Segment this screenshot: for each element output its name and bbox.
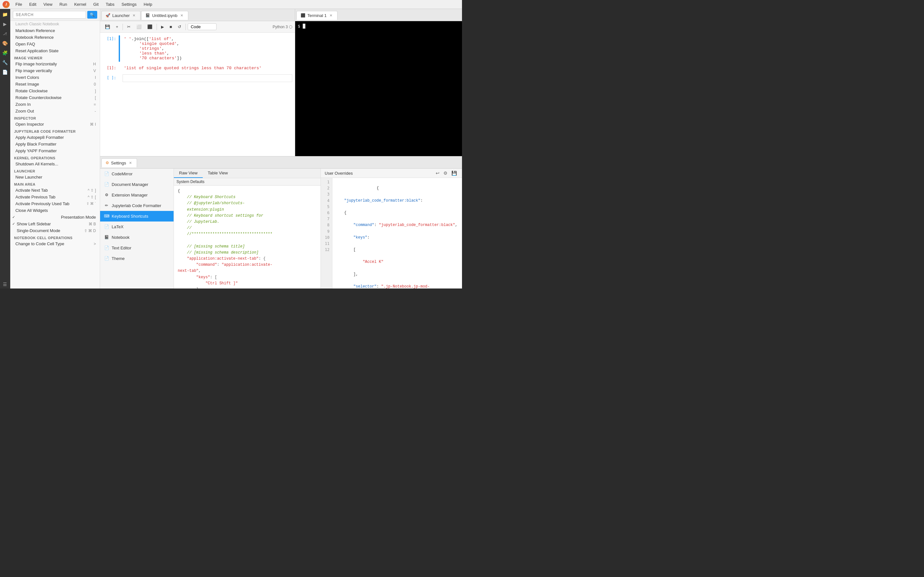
paste-button[interactable]: ⬛ bbox=[145, 23, 155, 31]
terminal-tab-bar: ⬛ Terminal 1 ✕ bbox=[295, 9, 462, 21]
notebook-content: [1]: ' '.join(['list of', 'single quoted… bbox=[100, 33, 295, 156]
table-view-tab[interactable]: Table View bbox=[203, 169, 233, 178]
settings-nav-latex[interactable]: 📄 LaTeX bbox=[100, 221, 174, 232]
menu-item-presentation-mode[interactable]: ✓Presentation Mode bbox=[10, 214, 100, 221]
menu-run[interactable]: Run bbox=[56, 1, 70, 7]
menu-item-activate-next[interactable]: Activate Next Tab^ ⇧ ] bbox=[10, 187, 100, 193]
settings-save-button[interactable]: 💾 bbox=[450, 170, 458, 176]
settings-default-code: { // Keyboard Shortcuts // @jupyterlab/s… bbox=[174, 185, 320, 288]
notebook-tab-close[interactable]: ✕ bbox=[179, 13, 184, 18]
save-button[interactable]: 💾 bbox=[103, 23, 112, 31]
notebook-area: 🚀 Launcher ✕ 📓 Untitled.ipynb ✕ 💾 + bbox=[100, 9, 462, 156]
notebook-tab[interactable]: 📓 Untitled.ipynb ✕ bbox=[141, 11, 188, 20]
restart-button[interactable]: ↺ bbox=[176, 23, 184, 31]
menu-kernel[interactable]: Kernel bbox=[71, 1, 89, 7]
menu-item-activate-prev-used[interactable]: Activate Previously Used Tab⇧ ⌘ ` bbox=[10, 200, 100, 207]
add-cell-button[interactable]: + bbox=[113, 23, 121, 31]
section-inspector: INSPECTOR bbox=[10, 114, 100, 121]
menu-item-markdown-ref[interactable]: Markdown Reference bbox=[10, 27, 100, 34]
menu-item-reset-image[interactable]: Reset Image0 bbox=[10, 81, 100, 87]
system-defaults-header: System Defaults bbox=[174, 178, 320, 185]
search-input[interactable] bbox=[13, 11, 86, 19]
menu-item-zoom-in[interactable]: Zoom In= bbox=[10, 101, 100, 108]
line-code-column[interactable]: { "jupyterlab_code_formatter:black": { "… bbox=[333, 178, 462, 288]
settings-override-panel: User Overrides ↩ ⚙ 💾 123456789101112 bbox=[321, 169, 462, 288]
settings-nav-notebook[interactable]: 📓 Notebook bbox=[100, 232, 174, 243]
menu-tabs[interactable]: Tabs bbox=[102, 1, 118, 7]
menu-settings[interactable]: Settings bbox=[118, 1, 140, 7]
search-button[interactable]: 🔍 bbox=[87, 11, 97, 19]
toolbar-separator-3 bbox=[186, 24, 186, 30]
settings-nav-codemirror[interactable]: 📄 CodeMirror bbox=[100, 169, 174, 179]
run-button[interactable]: ▶ bbox=[159, 23, 166, 31]
cut-button[interactable]: ✂ bbox=[125, 23, 133, 31]
settings-nav-theme[interactable]: 📄 Theme bbox=[100, 253, 174, 264]
menu-file[interactable]: File bbox=[12, 1, 25, 7]
menu-item-new-launcher[interactable]: New Launcher bbox=[10, 174, 100, 181]
menu-item-open-faq[interactable]: Open FAQ bbox=[10, 41, 100, 47]
settings-tab-close[interactable]: ✕ bbox=[128, 161, 133, 165]
terminal-content[interactable]: $ █ bbox=[295, 21, 462, 156]
cell-2-input[interactable] bbox=[123, 74, 292, 82]
terminal-tab-close[interactable]: ✕ bbox=[328, 13, 333, 18]
menu-item-zoom-out[interactable]: Zoom Out- bbox=[10, 108, 100, 114]
menu-item-black[interactable]: Apply Black Formatter bbox=[10, 141, 100, 147]
menu-toggle-icon[interactable]: ☰ bbox=[1, 280, 9, 288]
settings-nav-keyboard[interactable]: ⌨ Keyboard Shortcuts bbox=[100, 211, 174, 221]
settings-gear-button[interactable]: ⚙ bbox=[442, 170, 449, 176]
settings-area: ⚙ Settings ✕ 📄 CodeMirror 📄 Document Man… bbox=[100, 156, 462, 288]
menu-view[interactable]: View bbox=[40, 1, 55, 7]
menu-item-shutdown-kernels[interactable]: Shutdown All Kernels... bbox=[10, 161, 100, 167]
settings-content: 📄 CodeMirror 📄 Document Manager ⚙ Extens… bbox=[100, 169, 462, 288]
cell-1-output-bar bbox=[119, 64, 120, 72]
search-bar: 🔍 bbox=[10, 9, 100, 21]
notebook-nav-icon: 📓 bbox=[104, 235, 109, 240]
menu-git[interactable]: Git bbox=[90, 1, 102, 7]
git-icon[interactable]: ⎇ bbox=[1, 29, 9, 38]
menu-item-autopep8[interactable]: Apply Autopep8 Formatter bbox=[10, 134, 100, 141]
menu-item-notebook-ref[interactable]: Notebook Reference bbox=[10, 34, 100, 41]
settings-nav-doc-manager[interactable]: 📄 Document Manager bbox=[100, 179, 174, 190]
notebook-tab-bar: 🚀 Launcher ✕ 📓 Untitled.ipynb ✕ bbox=[100, 9, 295, 21]
main-content: 🚀 Launcher ✕ 📓 Untitled.ipynb ✕ 💾 + bbox=[100, 9, 462, 288]
terminal-tab[interactable]: ⬛ Terminal 1 ✕ bbox=[296, 11, 338, 20]
menu-item-rotate-ccw[interactable]: Rotate Counterclockwise[ bbox=[10, 94, 100, 101]
files-icon[interactable]: 📁 bbox=[1, 10, 9, 19]
settings-nav-code-formatter[interactable]: ✏ Jupyterlab Code Formatter bbox=[100, 200, 174, 211]
menu-item-flip-h[interactable]: Flip image horizontallyH bbox=[10, 61, 100, 67]
menu-help[interactable]: Help bbox=[141, 1, 156, 7]
settings-nav-text-editor[interactable]: 📄 Text Editor bbox=[100, 243, 174, 253]
undo-button[interactable]: ↩ bbox=[435, 170, 441, 176]
menu-edit[interactable]: Edit bbox=[26, 1, 39, 7]
menu-item-single-doc[interactable]: ✓Single-Document Mode⇧ ⌘ D bbox=[10, 227, 100, 234]
menu-item-rotate-cw[interactable]: Rotate Clockwise] bbox=[10, 87, 100, 94]
extensions-icon[interactable]: 🧩 bbox=[1, 49, 9, 57]
menu-item-reset-app[interactable]: Reset Application State bbox=[10, 47, 100, 54]
menu-item-change-code-cell[interactable]: Change to Code Cell Type> bbox=[10, 240, 100, 247]
wrench-icon[interactable]: 🔧 bbox=[1, 58, 9, 67]
pages-icon[interactable]: 📄 bbox=[1, 68, 9, 76]
menu-item-show-sidebar[interactable]: ✓Show Left Sidebar⌘ B bbox=[10, 221, 100, 227]
theme-icon: 📄 bbox=[104, 256, 109, 261]
raw-view-tab[interactable]: Raw View bbox=[174, 169, 203, 178]
palette-icon[interactable]: 🎨 bbox=[1, 39, 9, 47]
menu-item-invert[interactable]: Invert ColorsI bbox=[10, 74, 100, 81]
menu-item-launch-classic[interactable]: Launch Classic Notebook bbox=[10, 21, 100, 27]
menu-item-flip-v[interactable]: Flip image verticallyV bbox=[10, 67, 100, 74]
copy-button[interactable]: ⬜ bbox=[134, 23, 144, 31]
cell-type-select[interactable]: Code Markdown Raw bbox=[188, 23, 216, 30]
launcher-tab[interactable]: 🚀 Launcher ✕ bbox=[102, 11, 141, 20]
menu-item-yapf[interactable]: Apply YAPF Formatter bbox=[10, 147, 100, 154]
keyboard-icon: ⌨ bbox=[104, 213, 109, 219]
launcher-tab-close[interactable]: ✕ bbox=[132, 13, 136, 18]
run-icon[interactable]: ▶ bbox=[1, 20, 9, 28]
menu-item-close-all[interactable]: Close All Widgets bbox=[10, 207, 100, 214]
menu-item-open-inspector[interactable]: Open Inspector⌘ I bbox=[10, 121, 100, 127]
toolbar-separator-2 bbox=[157, 24, 157, 30]
menu-item-activate-prev[interactable]: Activate Previous Tab^ ⇧ [ bbox=[10, 193, 100, 200]
cell-2-content[interactable] bbox=[123, 74, 292, 82]
settings-nav-ext-manager[interactable]: ⚙ Extension Manager bbox=[100, 190, 174, 200]
stop-button[interactable]: ■ bbox=[168, 23, 174, 31]
cell-1-content[interactable]: ' '.join(['list of', 'single quoted', 's… bbox=[123, 35, 292, 62]
settings-tab[interactable]: ⚙ Settings ✕ bbox=[102, 158, 137, 167]
